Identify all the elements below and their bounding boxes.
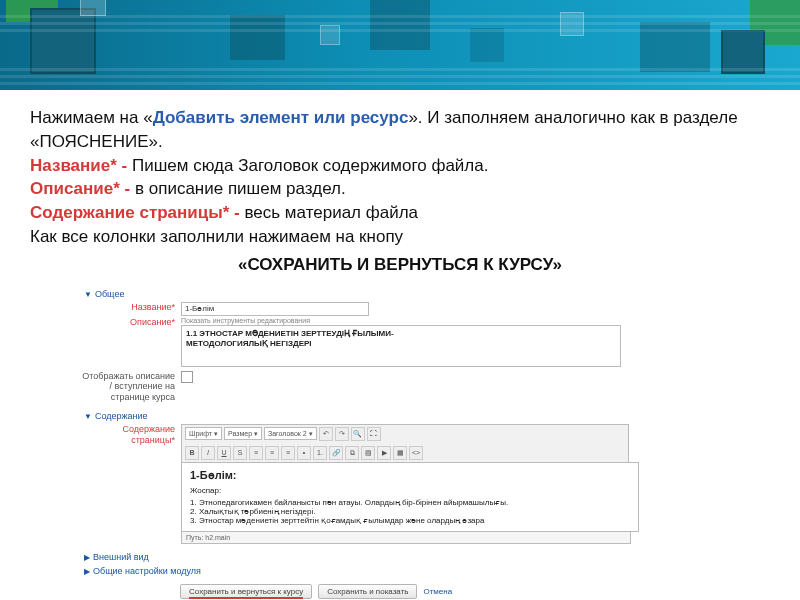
- bold-icon[interactable]: B: [185, 446, 199, 460]
- italic-icon[interactable]: I: [201, 446, 215, 460]
- add-resource-link-text: Добавить элемент или ресурс: [153, 108, 409, 127]
- section-module-settings[interactable]: ▶Общие настройки модуля: [80, 564, 720, 578]
- underline-icon[interactable]: U: [217, 446, 231, 460]
- instruction-line-content: Содержание страницы* - весь материал фай…: [30, 201, 770, 225]
- undo-icon[interactable]: ↶: [319, 427, 333, 441]
- code-icon[interactable]: <>: [409, 446, 423, 460]
- unlink-icon[interactable]: ⧉: [345, 446, 359, 460]
- cancel-link[interactable]: Отмена: [423, 587, 452, 596]
- expand-icon: ▶: [84, 567, 90, 576]
- align-center-icon[interactable]: ≡: [265, 446, 279, 460]
- name-input[interactable]: 1-Бөлім: [181, 302, 369, 316]
- list-bullet-icon[interactable]: •: [297, 446, 311, 460]
- label-page-content: Содержание страницы*: [80, 424, 181, 446]
- label-description: Описание*: [80, 317, 181, 328]
- description-editor[interactable]: 1.1 ЭТНОСТАР МӘДЕНИЕТІН ЗЕРТТЕУДІҢ ҒЫЛЫМ…: [181, 325, 621, 367]
- redo-icon[interactable]: ↷: [335, 427, 349, 441]
- instruction-line-final: Как все колонки заполнили нажимаем на кн…: [30, 225, 770, 249]
- heading-select[interactable]: Заголовок 2 ▾: [264, 427, 317, 440]
- link-icon[interactable]: 🔗: [329, 446, 343, 460]
- list-number-icon[interactable]: 1.: [313, 446, 327, 460]
- editor-heading: 1-Бөлім:: [190, 469, 630, 482]
- font-family-select[interactable]: Шрифт ▾: [185, 427, 222, 440]
- slide-header-banner: [0, 0, 800, 90]
- section-general[interactable]: ▼Общее: [80, 287, 720, 301]
- editor-path-bar: Путь: h2.main: [181, 532, 631, 544]
- align-left-icon[interactable]: ≡: [249, 446, 263, 460]
- desc-toolbar-hint[interactable]: Показать инструменты редактирования: [181, 317, 621, 324]
- label-show-on-course: Отображать описание / вступление на стра…: [80, 371, 181, 403]
- expand-icon: ▶: [84, 553, 90, 562]
- instruction-line-1: Нажимаем на «Добавить элемент или ресурс…: [30, 106, 770, 154]
- save-and-show-button[interactable]: Сохранить и показать: [318, 584, 417, 599]
- label-name: Название*: [80, 302, 181, 313]
- editor-toolbar: Шрифт ▾ Размер ▾ Заголовок 2 ▾ ↶ ↷ 🔍 ⛶ B…: [181, 424, 629, 462]
- collapse-icon: ▼: [84, 412, 92, 421]
- instruction-save-line: «СОХРАНИТЬ И ВЕРНУТЬСЯ К КУРСУ»: [30, 253, 770, 277]
- media-icon[interactable]: ▶: [377, 446, 391, 460]
- instruction-line-desc: Описание* - в описание пишем раздел.: [30, 177, 770, 201]
- instruction-line-name: Название* - Пишем сюда Заголовок содержи…: [30, 154, 770, 178]
- instruction-block: Нажимаем на «Добавить элемент или ресурс…: [0, 90, 800, 283]
- align-right-icon[interactable]: ≡: [281, 446, 295, 460]
- search-icon[interactable]: 🔍: [351, 427, 365, 441]
- collapse-icon: ▼: [84, 290, 92, 299]
- section-content[interactable]: ▼Содержание: [80, 409, 720, 423]
- strike-icon[interactable]: S: [233, 446, 247, 460]
- font-size-select[interactable]: Размер ▾: [224, 427, 262, 440]
- fullscreen-icon[interactable]: ⛶: [367, 427, 381, 441]
- moodle-form-screenshot: ▼Общее Название* 1-Бөлім Описание* Показ…: [80, 287, 720, 600]
- table-icon[interactable]: ▦: [393, 446, 407, 460]
- save-and-return-button[interactable]: Сохранить и вернуться к курсу: [180, 584, 312, 599]
- section-appearance[interactable]: ▶Внешний вид: [80, 550, 720, 564]
- page-content-editor[interactable]: 1-Бөлім: Жоспар: 1. Этнопедагогикамен ба…: [181, 462, 639, 532]
- image-icon[interactable]: ▧: [361, 446, 375, 460]
- show-description-checkbox[interactable]: [181, 371, 193, 383]
